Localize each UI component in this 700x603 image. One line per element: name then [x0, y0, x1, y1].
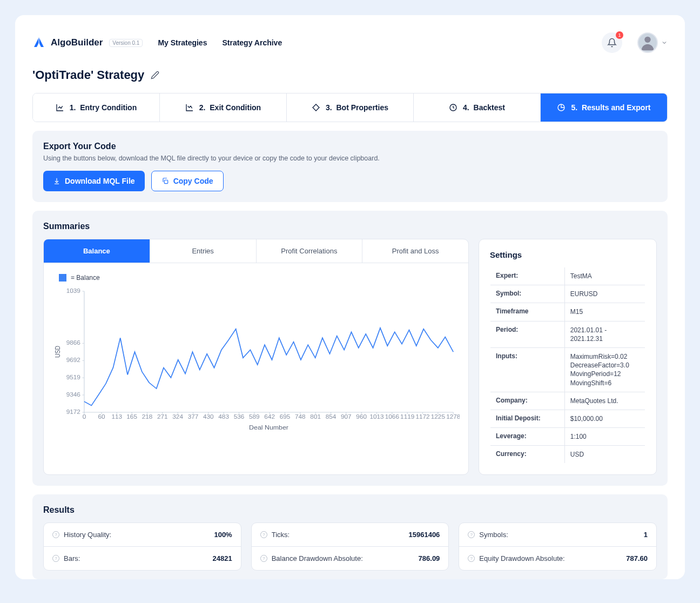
settings-value: 2021.01.01 - 2021.12.31: [564, 321, 645, 347]
svg-text:854: 854: [326, 414, 336, 420]
svg-text:9692: 9692: [66, 357, 80, 363]
result-row: ?History Quality:100%: [44, 523, 241, 547]
bell-icon: [607, 38, 617, 48]
settings-key: Currency:: [490, 446, 565, 464]
result-row: ?Ticks:15961406: [252, 523, 449, 547]
balance-chart: 9172934695199692986610390601131652182713…: [52, 286, 460, 432]
settings-key: Initial Deposit:: [490, 410, 565, 427]
results-card: ?History Quality:100%?Bars:24821: [43, 522, 241, 571]
result-row: ?Equity Drawdown Absolute:787.60: [459, 547, 656, 570]
svg-text:9866: 9866: [66, 340, 80, 346]
svg-text:1278: 1278: [446, 414, 460, 420]
svg-text:1119: 1119: [400, 414, 414, 420]
svg-text:271: 271: [157, 414, 168, 420]
settings-key: Period:: [490, 321, 565, 347]
tab-results-export[interactable]: 5. Results and Export: [541, 93, 667, 122]
copy-icon: [161, 177, 169, 185]
app-container: AlgoBuilder Version 0.1 My Strategies St…: [15, 15, 685, 579]
download-mql-button[interactable]: Download MQL File: [43, 171, 145, 191]
svg-text:695: 695: [280, 414, 291, 420]
svg-text:748: 748: [295, 414, 306, 420]
result-label-text: Equity Drawdown Absolute:: [479, 554, 564, 562]
results-grid: ?History Quality:100%?Bars:24821?Ticks:1…: [43, 522, 657, 571]
tab-bot-properties[interactable]: 3. Bot Properties: [287, 93, 414, 122]
edit-icon[interactable]: [151, 71, 159, 79]
result-value: 787.60: [626, 554, 648, 562]
export-panel: Export Your Code Using the buttons below…: [32, 131, 668, 202]
settings-row: Currency:USD: [490, 446, 645, 464]
result-row: ?Symbols:1: [459, 523, 656, 547]
info-icon[interactable]: ?: [260, 531, 267, 538]
info-icon[interactable]: ?: [468, 531, 475, 538]
svg-text:1066: 1066: [385, 414, 399, 420]
settings-row: Symbol:EURUSD: [490, 285, 645, 303]
svg-text:1039: 1039: [66, 288, 80, 294]
svg-text:430: 430: [203, 414, 214, 420]
settings-key: Company:: [490, 392, 565, 410]
svg-text:113: 113: [112, 414, 123, 420]
settings-value: TestMA: [564, 267, 645, 285]
svg-text:1172: 1172: [415, 414, 429, 420]
chart-line-icon: [56, 103, 64, 112]
results-panel: Results ?History Quality:100%?Bars:24821…: [32, 494, 668, 579]
settings-key: Leverage:: [490, 428, 565, 446]
svg-text:960: 960: [356, 414, 367, 420]
result-row: ?Balance Drawdown Absolute:786.09: [252, 547, 449, 570]
svg-text:9346: 9346: [66, 392, 80, 398]
settings-title: Settings: [490, 250, 645, 259]
settings-value: 1:100: [564, 428, 645, 446]
tab-entry-condition[interactable]: 1. Entry Condition: [33, 93, 160, 122]
legend-swatch: [59, 274, 66, 282]
settings-row: Leverage:1:100: [490, 428, 645, 446]
result-label-text: Bars:: [64, 554, 80, 562]
results-card: ?Symbols:1?Equity Drawdown Absolute:787.…: [459, 522, 657, 571]
chart-tab-balance[interactable]: Balance: [44, 239, 150, 263]
svg-text:218: 218: [142, 414, 153, 420]
settings-value: MetaQuotes Ltd.: [564, 392, 645, 410]
summaries-panel: Summaries Balance Entries Profit Correla…: [32, 211, 668, 486]
notification-badge: 1: [616, 31, 623, 39]
logo[interactable]: AlgoBuilder Version 0.1: [32, 36, 143, 49]
svg-text:9172: 9172: [66, 409, 80, 415]
page-title-row: 'OptiTrade' Strategy: [32, 68, 668, 82]
result-label-text: Symbols:: [479, 531, 508, 539]
info-icon[interactable]: ?: [260, 555, 267, 562]
svg-text:907: 907: [341, 414, 352, 420]
settings-value: USD: [564, 446, 645, 464]
settings-row: Period: 2021.01.01 - 2021.12.31: [490, 321, 645, 347]
result-label-text: History Quality:: [64, 531, 111, 539]
svg-text:0: 0: [83, 414, 86, 420]
settings-key: Timeframe: [490, 303, 565, 321]
chart-tab-entries[interactable]: Entries: [150, 239, 257, 263]
chart-tab-pnl[interactable]: Profit and Loss: [362, 239, 468, 263]
svg-text:377: 377: [188, 414, 199, 420]
svg-text:165: 165: [126, 414, 137, 420]
info-icon[interactable]: ?: [52, 555, 59, 562]
svg-text:9519: 9519: [66, 374, 80, 380]
info-icon[interactable]: ?: [468, 555, 475, 562]
diamond-icon: [312, 103, 320, 112]
settings-value: M15: [564, 303, 645, 321]
chart-tab-profit-correlations[interactable]: Profit Correlations: [257, 239, 363, 263]
settings-row: TimeframeM15: [490, 303, 645, 321]
user-menu[interactable]: [637, 32, 668, 53]
chevron-down-icon: [661, 39, 668, 46]
results-card: ?Ticks:15961406?Balance Drawdown Absolut…: [251, 522, 449, 571]
info-icon[interactable]: ?: [52, 531, 59, 538]
settings-row: Expert:TestMA: [490, 267, 645, 285]
nav-my-strategies[interactable]: My Strategies: [158, 38, 207, 47]
clock-icon: [449, 103, 457, 112]
svg-text:USD: USD: [54, 346, 61, 358]
svg-text:60: 60: [98, 414, 105, 420]
notifications-button[interactable]: 1: [602, 32, 622, 53]
result-label-text: Ticks:: [272, 531, 290, 539]
copy-code-button[interactable]: Copy Code: [151, 171, 224, 191]
avatar: [637, 32, 658, 53]
svg-text:642: 642: [264, 414, 275, 420]
svg-text:589: 589: [249, 414, 260, 420]
tab-backtest[interactable]: 4. Backtest: [414, 93, 541, 122]
brand-name: AlgoBuilder: [51, 37, 103, 48]
results-title: Results: [43, 505, 657, 515]
nav-strategy-archive[interactable]: Strategy Archive: [222, 38, 282, 47]
tab-exit-condition[interactable]: 2. Exit Condition: [160, 93, 287, 122]
